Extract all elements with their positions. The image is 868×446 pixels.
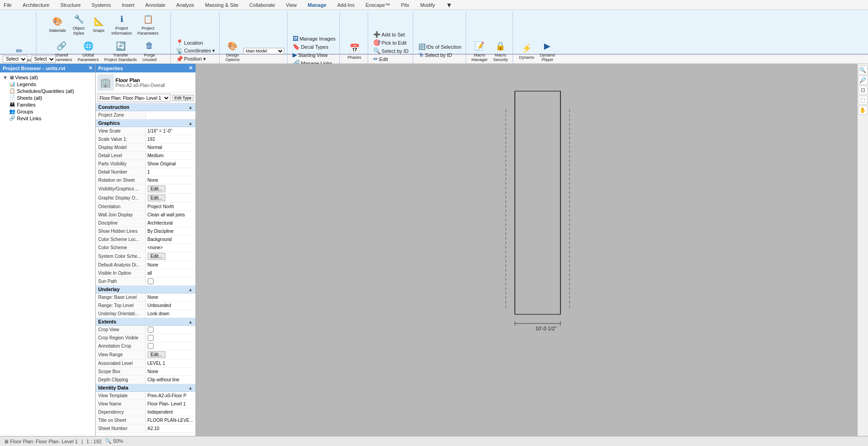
identity-expand[interactable]: ▲ [188,385,193,390]
tree-item-revit-links[interactable]: 🔗 Revit Links [8,115,93,122]
visibility-graphics-btn[interactable]: Edit... [148,185,166,192]
menu-collaborate[interactable]: Collaborate [247,1,277,9]
menu-enscape[interactable]: Enscape™ [364,1,392,9]
menu-pitx[interactable]: Pitx [399,1,411,9]
prop-section-extents[interactable]: Extents ▲ [96,318,195,326]
menu-structure[interactable]: Structure [58,1,82,9]
properties-close[interactable]: ✕ [189,65,193,71]
default-analysis-value: None [146,261,195,269]
extents-expand[interactable]: ▲ [188,319,193,324]
ribbon-btn-transfer[interactable]: 🔄 TransferProject Standards [103,39,139,64]
sun-path-checkbox[interactable] [148,278,154,284]
tree-item-families[interactable]: 👪 Families [8,101,93,108]
system-color-btn[interactable]: Edit... [148,253,166,260]
detail-number-value[interactable] [146,168,195,176]
menu-architecture[interactable]: Architecture [21,1,51,9]
main-model-select[interactable]: Main Model [243,48,284,54]
menu-analyze[interactable]: Analyze [175,1,196,9]
graphic-display-label: Graphic Display O... [96,194,146,202]
view-scale-value[interactable]: 1/16" = 1'-0" [146,127,195,135]
menu-systems[interactable]: Systems [90,1,113,9]
ribbon-btn-macro-security[interactable]: 🔒 MacroSecurity [491,39,510,64]
tree-item-views[interactable]: ▼ 🖥 Views (all) [2,74,93,81]
ribbon-btn-project-info[interactable]: ℹ ProjectInformation [110,12,134,37]
tree-label-revit-links: Revit Links [17,116,41,121]
menu-manage[interactable]: Manage [306,1,328,9]
ribbon-btn-select-by-id2[interactable]: 🖱 Select by ID [417,51,453,59]
prop-type-select[interactable]: Floor Plan: Floor Plan- Level 1 [98,94,170,102]
prop-row-wall-join: Wall Join Display Clean all wall joins [96,211,195,219]
select-dropdown-2[interactable]: Select [31,56,56,63]
tree-item-legends[interactable]: 📊 Legends [8,81,93,87]
zoom-out-btn[interactable]: 🔎 [858,76,868,85]
edit-type-button[interactable]: Edit Type [172,95,194,101]
status-model: 🖥 Floor Plan: Floor Plan- Level 1 [4,439,78,444]
prop-row-default-analysis: Default Analysis Di... None [96,261,195,269]
menu-view[interactable]: View [284,1,299,9]
ribbon-btn-add-to-set[interactable]: ➕ Add to Set [372,31,406,38]
menu-annotate[interactable]: Annotate [144,1,167,9]
add-to-set-label: Add to Set [381,32,405,37]
graphic-display-btn[interactable]: Edit... [148,195,166,201]
tree-item-sheets[interactable]: 📄 Sheets (all) [8,94,93,101]
project-browser-close[interactable]: ✕ [88,65,92,71]
ribbon-btn-materials[interactable]: 🎨 Materials [47,14,68,34]
ribbon-btn-purge[interactable]: 🗑 PurgeUnused [140,39,159,64]
ribbon-btn-position[interactable]: 📌 Position ▾ [175,55,207,63]
menu-modify[interactable]: Modify [418,1,437,9]
annotation-crop-checkbox[interactable] [148,343,154,349]
status-separator: | [82,439,83,444]
macro-manager-icon: 📝 [473,40,486,52]
zoom-in-btn[interactable]: 🔍 [858,66,868,75]
construction-expand[interactable]: ▲ [188,105,193,110]
ribbon-btn-phases[interactable]: 📅 Phases [345,41,364,61]
prop-section-construction[interactable]: Construction ▲ [96,103,195,111]
ribbon-btn-decal-types[interactable]: 🔖 Decal Types [291,43,329,51]
menu-extra[interactable]: ▼ [444,0,454,10]
prop-section-underlay[interactable]: Underlay ▲ [96,286,195,293]
prop-row-view-name: View Name Floor Plan- Level 1 [96,400,195,408]
prop-row-underlay-orientation: Underlay Orientati... Look down [96,310,195,318]
ribbon-btn-select-by-id[interactable]: 🔍 Select by ID [372,47,410,55]
detail-number-input[interactable] [148,169,194,174]
ribbon-btn-starting-view[interactable]: ▶ Starting View [291,51,329,59]
underlay-expand[interactable]: ▲ [188,287,193,292]
ribbon-btn-design-options[interactable]: 🎨 DesignOptions [223,39,241,64]
ribbon-btn-dynamo[interactable]: ⚡ Dynamo [517,41,536,61]
menu-massing[interactable]: Massing & Site [203,1,240,9]
canvas-area[interactable]: 10'-0 1/2" [196,64,857,446]
pan-btn[interactable]: ✋ [858,106,868,115]
ribbon-btn-macro-manager[interactable]: 📝 MacroManager [470,39,490,64]
graphics-expand[interactable]: ▲ [188,121,193,126]
range-top-label: Range: Top Level [96,302,146,309]
ribbon-btn-project-params[interactable]: 📋 ProjectParameters [136,12,161,37]
tree-item-groups[interactable]: 👥 Groups [8,108,93,115]
view-range-btn[interactable]: Edit... [148,351,166,358]
prop-section-graphics[interactable]: Graphics ▲ [96,119,195,127]
ribbon-btn-dynamo-player[interactable]: ▶ DynamoPlayer [538,39,557,64]
prop-row-annotation-crop: Annotation Crop [96,342,195,350]
ribbon-btn-pick-to-edit[interactable]: 🎯 Pick to Edit [372,39,408,46]
menu-insert[interactable]: Insert [120,1,136,9]
prop-row-view-template: View Template Pres-A2-x0-Floor P [96,392,195,400]
menu-file[interactable]: File [2,1,14,9]
ribbon-btn-object-styles[interactable]: 🔧 ObjectStyles [70,12,88,37]
prop-section-identity[interactable]: Identity Data ▲ [96,384,195,392]
ribbon-btn-edit[interactable]: ✏ Edit [372,55,389,63]
visibility-graphics-label: Visibility/Graphics ... [96,185,146,193]
select-dropdown-1[interactable]: Select [3,56,27,63]
ribbon-btn-location[interactable]: 📍 Location [175,39,205,46]
snaps-icon: 📐 [92,15,105,28]
zoom-fit-btn[interactable]: ⊡ [858,86,868,95]
crop-view-checkbox[interactable] [148,327,154,333]
menu-addins[interactable]: Add-Ins [335,1,356,9]
ribbon-btn-global-params[interactable]: 🌐 GlobalParameters [76,39,101,64]
ribbon-btn-coordinates[interactable]: 📡 Coordinates ▾ [175,47,216,55]
ribbon-btn-snaps[interactable]: 📐 Snaps [90,14,108,34]
tree-item-schedules[interactable]: 📋 Schedules/Quantities (all) [8,87,93,94]
ribbon-btn-ids-of-selection[interactable]: 🔢 IDs of Selection [417,43,463,51]
ribbon-btn-manage-images[interactable]: 🖼 Manage Images [291,35,337,42]
zoom-region-btn[interactable]: ⬚ [858,96,868,105]
graphic-display-value: Edit... [146,194,195,202]
crop-region-checkbox[interactable] [148,335,154,341]
